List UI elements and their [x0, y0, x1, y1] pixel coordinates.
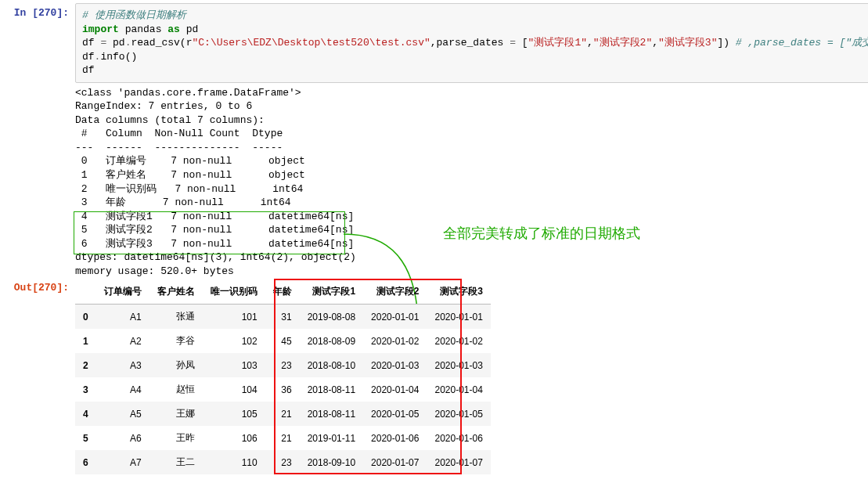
empty-prompt [0, 83, 75, 87]
table-cell: 31 [265, 305, 300, 330]
table-cell: 2020-01-04 [363, 377, 427, 402]
row-index: 1 [75, 329, 96, 353]
table-cell: 102 [203, 329, 265, 353]
table-cell: 王娜 [149, 402, 203, 426]
table-cell: 21 [265, 402, 300, 426]
column-header: 唯一识别码 [203, 279, 265, 305]
table-cell: 23 [265, 450, 300, 474]
table-cell: 2018-08-11 [300, 377, 363, 402]
table-cell: 36 [265, 377, 300, 402]
row-index: 3 [75, 377, 96, 402]
table-cell: 2020-01-01 [427, 305, 490, 330]
table-cell: 2019-01-11 [300, 426, 363, 450]
table-cell: 张通 [149, 305, 203, 330]
table-row: 1A2李谷102452018-08-092020-01-022020-01-02 [75, 329, 491, 353]
table-cell: 2020-01-06 [427, 426, 490, 450]
table-cell: A1 [96, 305, 149, 330]
dataframe-table: 订单编号客户姓名唯一识别码年龄测试字段1测试字段2测试字段3 0A1张通1013… [75, 279, 491, 474]
table-cell: 2018-09-10 [300, 450, 363, 474]
in-prompt: In [270]: [0, 3, 75, 19]
table-cell: 2020-01-03 [363, 353, 427, 377]
table-row: 3A4赵恒104362018-08-112020-01-042020-01-04 [75, 377, 491, 402]
code-content: # 使用函数做日期解析 import pandas as pd df = pd.… [82, 9, 868, 77]
column-header: 测试字段2 [363, 279, 427, 305]
table-cell: 21 [265, 426, 300, 450]
column-header: 测试字段3 [427, 279, 490, 305]
table-row: 2A3孙凤103232018-08-102020-01-032020-01-03 [75, 353, 491, 377]
table-header-row: 订单编号客户姓名唯一识别码年龄测试字段1测试字段2测试字段3 [75, 279, 491, 305]
table-cell: 23 [265, 353, 300, 377]
column-header: 年龄 [265, 279, 300, 305]
row-index: 4 [75, 402, 96, 426]
table-cell: 101 [203, 305, 265, 330]
table-cell: 2020-01-05 [427, 402, 490, 426]
table-cell: 赵恒 [149, 377, 203, 402]
table-cell: A4 [96, 377, 149, 402]
table-cell: 104 [203, 377, 265, 402]
table-cell: 王昨 [149, 426, 203, 450]
table-cell: 2020-01-06 [363, 426, 427, 450]
column-header: 订单编号 [96, 279, 149, 305]
table-cell: 2018-08-10 [300, 353, 363, 377]
out-prompt: Out[270]: [0, 278, 75, 294]
table-cell: A7 [96, 450, 149, 474]
table-cell: A6 [96, 426, 149, 450]
table-cell: A5 [96, 402, 149, 426]
table-cell: A2 [96, 329, 149, 353]
row-index: 6 [75, 450, 96, 474]
table-cell: 王二 [149, 450, 203, 474]
table-cell: 105 [203, 402, 265, 426]
table-cell: 2020-01-05 [363, 402, 427, 426]
column-header: 测试字段1 [300, 279, 363, 305]
highlight-box-green [74, 211, 345, 254]
table-cell: 2018-08-11 [300, 402, 363, 426]
row-index: 5 [75, 426, 96, 450]
row-index: 2 [75, 353, 96, 377]
table-row: 4A5王娜105212018-08-112020-01-052020-01-05 [75, 402, 491, 426]
table-cell: 2020-01-03 [427, 353, 490, 377]
table-row: 6A7王二110232018-09-102020-01-072020-01-07 [75, 450, 491, 474]
table-cell: 2020-01-02 [427, 329, 490, 353]
table-row: 0A1张通101312019-08-082020-01-012020-01-01 [75, 305, 491, 330]
table-cell: 2020-01-02 [363, 329, 427, 353]
row-index: 0 [75, 305, 96, 330]
table-cell: 103 [203, 353, 265, 377]
table-cell: 李谷 [149, 329, 203, 353]
table-cell: A3 [96, 353, 149, 377]
table-cell: 孙凤 [149, 353, 203, 377]
input-cell: In [270]: # 使用函数做日期解析 import pandas as p… [0, 3, 868, 83]
table-cell: 45 [265, 329, 300, 353]
code-editor[interactable]: # 使用函数做日期解析 import pandas as pd df = pd.… [75, 3, 868, 83]
output-cell: Out[270]: 订单编号客户姓名唯一识别码年龄测试字段1测试字段2测试字段3… [0, 278, 868, 474]
table-row: 5A6王昨106212019-01-112020-01-062020-01-06 [75, 426, 491, 450]
column-header: 客户姓名 [149, 279, 203, 305]
table-cell: 2020-01-04 [427, 377, 490, 402]
table-cell: 2018-08-09 [300, 329, 363, 353]
table-cell: 110 [203, 450, 265, 474]
stdout-cell: <class 'pandas.core.frame.DataFrame'> Ra… [0, 83, 868, 279]
table-cell: 2020-01-07 [363, 450, 427, 474]
annotation-label: 全部完美转成了标准的日期格式 [443, 224, 640, 243]
table-cell: 106 [203, 426, 265, 450]
table-cell: 2020-01-01 [363, 305, 427, 330]
table-cell: 2020-01-07 [427, 450, 490, 474]
table-cell: 2019-08-08 [300, 305, 363, 330]
